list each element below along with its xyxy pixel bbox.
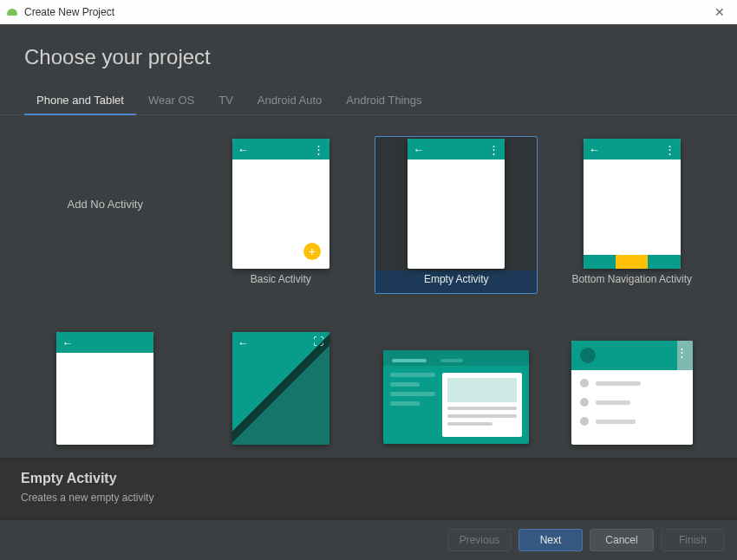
back-arrow-icon (62, 336, 73, 349)
phone-thumb-icon (232, 332, 329, 445)
selection-description: Creates a new empty activity (21, 492, 716, 504)
template-cell (17, 297, 193, 458)
selection-title: Empty Activity (21, 471, 716, 486)
cancel-button[interactable]: Cancel (590, 529, 654, 551)
bottom-nav-icon (584, 255, 681, 269)
template-basic-activity[interactable]: + Basic Activity (199, 136, 362, 294)
template-grid: Add No Activity + (17, 124, 720, 458)
finish-button[interactable]: Finish (661, 529, 725, 551)
wizard-body: Choose your project Phone and Tablet Wea… (0, 24, 737, 560)
tab-android-auto[interactable]: Android Auto (245, 88, 334, 115)
wizard-button-bar: Previous Next Cancel Finish (0, 519, 737, 560)
template-label: Basic Activity (200, 270, 362, 293)
template-settings[interactable]: ⋮ (551, 309, 714, 458)
template-grid-wrap: Add No Activity + (0, 115, 737, 458)
template-label: Add No Activity (24, 137, 186, 270)
back-arrow-icon (238, 143, 249, 156)
fullscreen-icon (312, 335, 324, 348)
template-cell (368, 297, 545, 458)
tab-android-things[interactable]: Android Things (334, 88, 434, 115)
previous-button[interactable]: Previous (447, 529, 512, 551)
template-fullscreen[interactable] (199, 309, 362, 458)
back-arrow-icon (413, 143, 424, 156)
template-bottom-navigation[interactable]: Bottom Navigation Activity (551, 136, 714, 294)
selection-description-panel: Empty Activity Creates a new empty activ… (0, 458, 737, 519)
phone-thumb-icon (56, 332, 153, 445)
phone-thumb-icon (584, 139, 681, 269)
template-cell: Empty Activity (368, 124, 545, 297)
fab-icon: + (303, 243, 321, 260)
template-cell: ⋮ (545, 297, 721, 458)
tab-wear-os[interactable]: Wear OS (136, 88, 206, 115)
tab-phone-tablet[interactable]: Phone and Tablet (24, 88, 136, 115)
template-cell: Bottom Navigation Activity (545, 124, 721, 297)
window-titlebar: Create New Project ✕ (0, 0, 737, 25)
template-empty-activity[interactable]: Empty Activity (375, 136, 538, 294)
phone-thumb-icon (408, 139, 505, 269)
template-cell: Add No Activity (17, 124, 193, 297)
back-arrow-icon (238, 336, 249, 349)
template-no-activity[interactable]: Add No Activity (23, 136, 186, 294)
window-close-icon[interactable]: ✕ (708, 5, 732, 19)
window-title: Create New Project (24, 6, 114, 18)
overflow-menu-icon: ⋮ (676, 346, 688, 359)
tablet-thumb-icon (383, 350, 529, 444)
overflow-menu-icon (488, 143, 499, 156)
template-label: Empty Activity (375, 270, 537, 293)
avatar-icon (580, 348, 596, 363)
template-generic[interactable] (23, 309, 186, 458)
template-cell (193, 297, 369, 458)
template-master-detail[interactable] (375, 309, 538, 458)
android-icon (5, 5, 19, 19)
template-cell: + Basic Activity (193, 124, 369, 297)
overflow-menu-icon (313, 143, 324, 156)
next-button[interactable]: Next (519, 529, 583, 551)
template-label: Bottom Navigation Activity (551, 270, 713, 293)
settings-thumb-icon: ⋮ (571, 341, 693, 445)
form-factor-tabs: Phone and Tablet Wear OS TV Android Auto… (0, 76, 737, 115)
phone-thumb-icon: + (232, 139, 329, 269)
overflow-menu-icon (664, 143, 675, 156)
back-arrow-icon (589, 143, 600, 156)
tab-tv[interactable]: TV (206, 88, 245, 115)
page-title: Choose your project (0, 24, 737, 76)
